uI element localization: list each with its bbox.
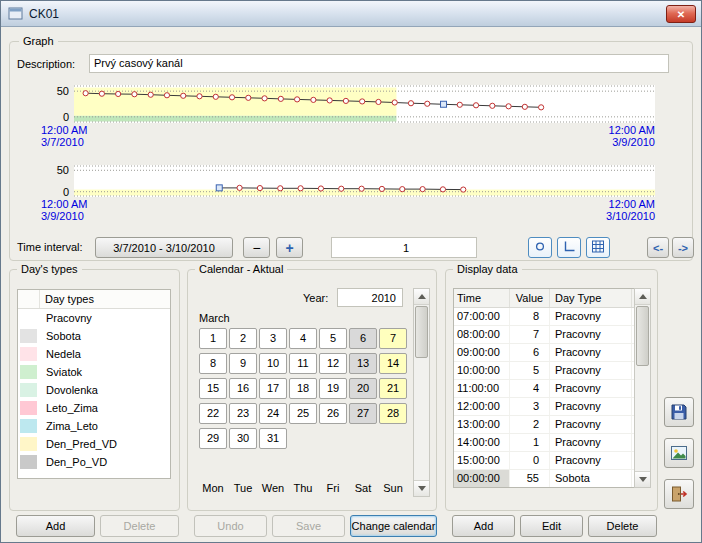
calendar-day-13[interactable]: 13 [349,353,377,374]
axes-toggle-button[interactable] [557,237,581,258]
day-type-row[interactable]: Nedela [18,345,170,363]
zoom-in-button[interactable]: + [276,237,303,258]
year-input[interactable] [337,288,403,307]
calendar-day-3[interactable]: 3 [259,328,287,349]
table-cell: Pracovny [550,416,632,433]
calendar-day-17[interactable]: 17 [259,378,287,399]
column-header-value[interactable]: Value [510,289,550,307]
table-row[interactable]: 15:00:000Pracovny [454,452,634,470]
calendar-scrollbar[interactable] [413,288,430,497]
day-types-list[interactable]: Day types PracovnySobotaNedelaSviatokDov… [17,289,171,479]
chart-upper-start-label: 12:00 AM3/7/2010 [41,125,87,148]
day-type-name: Den_Pred_VD [37,438,117,450]
calendar-day-31[interactable]: 31 [259,428,287,449]
calendar-day-14[interactable]: 14 [379,353,407,374]
calendar-day-24[interactable]: 24 [259,403,287,424]
calendar-day-22[interactable]: 22 [199,403,227,424]
day-type-delete-button[interactable]: Delete [100,515,179,537]
display-data-scrollbar-thumb[interactable] [636,306,649,366]
calendar-day-10[interactable]: 10 [259,353,287,374]
data-edit-button[interactable]: Edit [520,515,583,537]
calendar-day-26[interactable]: 26 [319,403,347,424]
calendar-day-20[interactable]: 20 [349,378,377,399]
calendar-scroll-up-button[interactable] [414,289,429,305]
day-type-color-swatch [20,437,37,451]
calendar-day-27[interactable]: 27 [349,403,377,424]
undo-button[interactable]: Undo [194,515,267,537]
calendar-day-18[interactable]: 18 [289,378,317,399]
calendar-day-11[interactable]: 11 [289,353,317,374]
column-header-day-type[interactable]: Day Type [550,289,632,307]
display-data-scrollbar[interactable] [634,288,651,488]
table-row[interactable]: 14:00:001Pracovny [454,434,634,452]
export-image-button[interactable] [664,438,694,468]
day-type-color-swatch [20,401,37,415]
calendar-day-6[interactable]: 6 [349,328,377,349]
table-cell: 08:00:00 [454,326,510,343]
scroll-right-button[interactable]: -> [672,237,694,258]
description-field[interactable]: Prvý casový kanál [89,54,669,73]
marker-toggle-button[interactable] [528,237,552,258]
day-type-add-button[interactable]: Add [16,515,95,537]
calendar-day-4[interactable]: 4 [289,328,317,349]
app-window: CK01 ✕ Graph Description: Prvý casový ka… [0,0,702,543]
table-row[interactable]: 07:00:008Pracovny [454,308,634,326]
calendar-day-8[interactable]: 8 [199,353,227,374]
calendar-day-5[interactable]: 5 [319,328,347,349]
table-row[interactable]: 10:00:005Pracovny [454,362,634,380]
save-button[interactable] [664,397,694,427]
calendar-scroll-down-button[interactable] [414,480,429,496]
calendar-day-19[interactable]: 19 [319,378,347,399]
table-row[interactable]: 00:00:0055Sobota [454,470,634,488]
display-data-table[interactable]: Time Value Day Type 07:00:008Pracovny08:… [453,288,635,488]
calendar-day-7[interactable]: 7 [379,328,407,349]
table-scroll-up-button[interactable] [635,289,650,305]
calendar-day-1[interactable]: 1 [199,328,227,349]
day-type-row[interactable]: Zima_Leto [18,417,170,435]
scroll-left-button[interactable]: <- [647,237,669,258]
close-button[interactable]: ✕ [666,5,696,23]
day-type-row[interactable]: Pracovny [18,309,170,327]
description-label: Description: [17,58,75,70]
calendar-day-28[interactable]: 28 [379,403,407,424]
day-type-row[interactable]: Den_Pred_VD [18,435,170,453]
calendar-day-25[interactable]: 25 [289,403,317,424]
interval-input[interactable] [331,237,477,258]
calendar-day-9[interactable]: 9 [229,353,257,374]
table-row[interactable]: 08:00:007Pracovny [454,326,634,344]
calendar-day-30[interactable]: 30 [229,428,257,449]
zoom-out-button[interactable]: − [243,237,270,258]
change-calendar-button[interactable]: Change calendar [350,515,437,537]
day-type-row[interactable]: Sviatok [18,363,170,381]
table-row[interactable]: 11:00:004Pracovny [454,380,634,398]
data-add-button[interactable]: Add [452,515,515,537]
column-header-time[interactable]: Time [454,289,510,307]
axes-icon [562,243,576,255]
save-calendar-button[interactable]: Save [272,515,345,537]
grid-toggle-button[interactable] [586,237,610,258]
table-cell: 15:00:00 [454,452,510,469]
table-cell: 0 [510,452,550,469]
table-row[interactable]: 13:00:002Pracovny [454,416,634,434]
calendar-scrollbar-thumb[interactable] [415,306,428,358]
day-type-name: Den_Po_VD [37,456,107,468]
calendar-day-15[interactable]: 15 [199,378,227,399]
day-type-row[interactable]: Den_Po_VD [18,453,170,471]
triangle-down-icon [418,486,426,491]
calendar-day-29[interactable]: 29 [199,428,227,449]
day-type-color-swatch [20,419,37,433]
exit-button[interactable] [664,479,694,509]
calendar-day-21[interactable]: 21 [379,378,407,399]
table-scroll-down-button[interactable] [635,471,650,487]
day-type-row[interactable]: Leto_Zima [18,399,170,417]
data-delete-button[interactable]: Delete [588,515,657,537]
day-type-row[interactable]: Sobota [18,327,170,345]
day-type-row[interactable]: Dovolenka [18,381,170,399]
table-row[interactable]: 12:00:003Pracovny [454,398,634,416]
calendar-day-23[interactable]: 23 [229,403,257,424]
time-range-button[interactable]: 3/7/2010 - 3/10/2010 [95,237,233,258]
calendar-day-2[interactable]: 2 [229,328,257,349]
calendar-day-12[interactable]: 12 [319,353,347,374]
table-row[interactable]: 09:00:006Pracovny [454,344,634,362]
calendar-day-16[interactable]: 16 [229,378,257,399]
